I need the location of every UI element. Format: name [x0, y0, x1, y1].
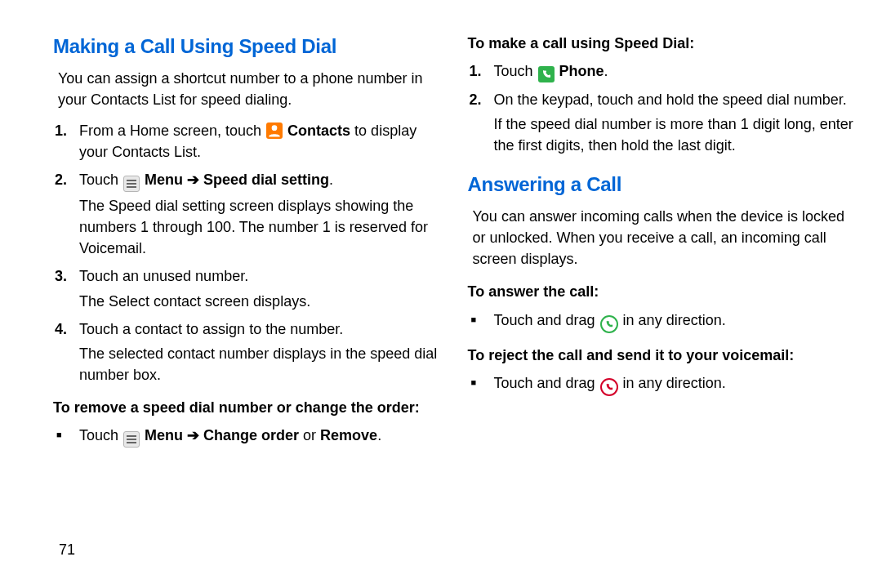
svg-rect-4 — [127, 435, 136, 437]
text: Touch and drag — [494, 375, 599, 391]
step-number: 1. — [55, 120, 67, 141]
text: . — [377, 427, 381, 443]
make-call-subhead: To make a call using Speed Dial: — [468, 33, 854, 54]
make-call-steps: 1. Touch Phone. 2. On the keypad, touch … — [468, 60, 854, 156]
phone-icon — [538, 66, 555, 82]
text: Touch a contact to assign to the number. — [79, 318, 439, 340]
answer-call-icon — [600, 315, 618, 333]
text: in any direction. — [619, 312, 726, 328]
step-subtext: The selected contact number displays in … — [79, 343, 439, 385]
contacts-icon — [266, 122, 283, 139]
step-1: 1. Touch Phone. — [494, 60, 854, 82]
speed-dial-setup-steps: 1. From a Home screen, touch Contacts to… — [53, 120, 439, 385]
menu-label: Menu — [140, 172, 187, 188]
remove-label: Remove — [320, 427, 377, 443]
text: From a Home screen, touch — [79, 122, 265, 139]
step-2: 2. Touch Menu ➔ Speed dial setting. The … — [79, 169, 439, 259]
text: Touch — [79, 427, 122, 443]
step-number: 1. — [470, 60, 482, 82]
heading-answering: Answering a Call — [468, 171, 854, 199]
menu-icon — [123, 431, 140, 448]
svg-rect-6 — [127, 442, 136, 443]
reject-subhead: To reject the call and send it to your v… — [468, 345, 854, 366]
remove-change-list: Touch Menu ➔ Change order or Remove. — [53, 425, 439, 448]
contacts-label: Contacts — [283, 122, 350, 139]
reject-list: Touch and drag in any direction. — [468, 372, 854, 396]
step-number: 2. — [470, 89, 482, 110]
manual-page: Making a Call Using Speed Dial You can a… — [0, 0, 882, 588]
svg-rect-5 — [127, 439, 136, 440]
step-number: 4. — [55, 318, 67, 340]
list-item: Touch and drag in any direction. — [494, 310, 854, 333]
step-number: 3. — [55, 265, 67, 287]
text: Touch — [494, 63, 537, 79]
svg-rect-2 — [127, 183, 136, 185]
step-1: 1. From a Home screen, touch Contacts to… — [79, 120, 439, 163]
text: On the keypad, touch and hold the speed … — [494, 89, 854, 110]
remove-change-subhead: To remove a speed dial number or change … — [53, 397, 439, 418]
step-subtext: The Speed dial setting screen displays s… — [79, 195, 439, 259]
step-2: 2. On the keypad, touch and hold the spe… — [494, 89, 854, 156]
step-number: 2. — [55, 169, 67, 190]
menu-label: Menu — [140, 427, 187, 443]
text: Touch — [79, 172, 122, 188]
arrow: ➔ — [187, 427, 199, 443]
heading-speed-dial: Making a Call Using Speed Dial — [53, 33, 439, 61]
step-subtext: If the speed dial number is more than 1 … — [494, 114, 854, 156]
text: in any direction. — [619, 375, 726, 391]
list-item: Touch and drag in any direction. — [494, 372, 854, 396]
text: Touch an unused number. — [79, 265, 439, 287]
text: . — [329, 172, 333, 188]
intro-text: You can answer incoming calls when the d… — [473, 206, 854, 270]
text: . — [604, 63, 608, 79]
speed-dial-setting-label: Speed dial setting — [199, 172, 329, 188]
svg-rect-1 — [127, 180, 136, 181]
step-subtext: The Select contact screen displays. — [79, 291, 439, 312]
answer-subhead: To answer the call: — [468, 281, 854, 302]
text: or — [299, 427, 320, 443]
left-column: Making a Call Using Speed Dial You can a… — [53, 33, 439, 564]
svg-point-0 — [272, 125, 278, 131]
page-number: 71 — [59, 541, 75, 559]
list-item: Touch Menu ➔ Change order or Remove. — [79, 425, 439, 448]
reject-call-icon — [600, 378, 618, 396]
arrow: ➔ — [187, 172, 199, 188]
text: Touch and drag — [494, 312, 599, 328]
svg-rect-3 — [127, 186, 136, 188]
intro-text: You can assign a shortcut number to a ph… — [58, 68, 439, 110]
menu-icon — [123, 176, 140, 192]
right-column: To make a call using Speed Dial: 1. Touc… — [468, 33, 854, 564]
answer-list: Touch and drag in any direction. — [468, 310, 854, 333]
step-3: 3. Touch an unused number. The Select co… — [79, 265, 439, 311]
step-4: 4. Touch a contact to assign to the numb… — [79, 318, 439, 385]
phone-label: Phone — [555, 63, 604, 79]
change-order-label: Change order — [199, 427, 299, 443]
